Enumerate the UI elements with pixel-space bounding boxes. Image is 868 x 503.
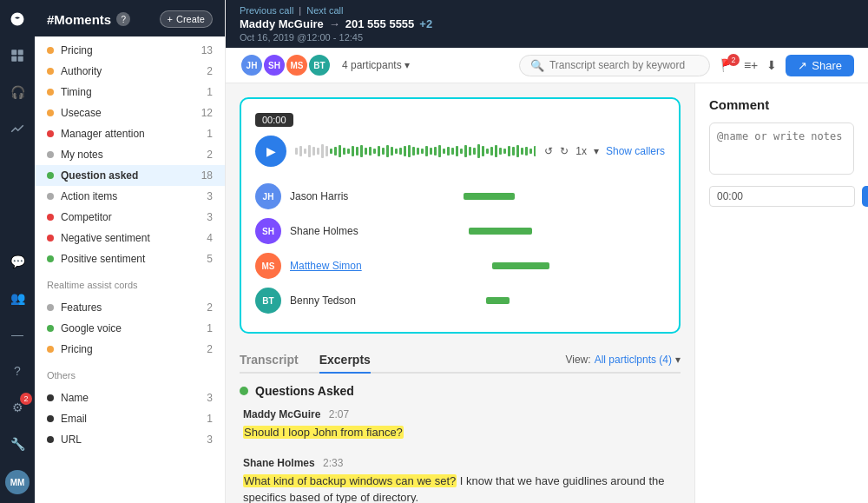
sidebar-item[interactable]: Action items 3 bbox=[35, 186, 225, 207]
sidebar-item[interactable]: Email 1 bbox=[35, 408, 225, 429]
item-count: 5 bbox=[207, 253, 213, 265]
transcript-time: 2:33 bbox=[323, 457, 343, 469]
realtime-section-title: Realtime assist cords bbox=[35, 273, 225, 294]
sidebar-item[interactable]: Google voice 1 bbox=[35, 318, 225, 339]
nav-headset-icon[interactable]: 🎧 bbox=[7, 82, 28, 103]
nav-user-avatar[interactable]: MM bbox=[5, 470, 30, 494]
caller-tracks: JHJason HarrisSHShane HolmesMSMatthew Si… bbox=[255, 179, 665, 318]
search-input[interactable] bbox=[549, 59, 699, 71]
sidebar-item[interactable]: Timing 1 bbox=[35, 82, 225, 103]
nav-chat-icon[interactable]: 💬 bbox=[7, 251, 28, 272]
waveform-bar bbox=[326, 146, 328, 156]
waveform bbox=[295, 142, 536, 160]
item-dot bbox=[47, 235, 54, 242]
nav-logo-icon[interactable] bbox=[7, 9, 28, 30]
sidebar-item[interactable]: Features 2 bbox=[35, 297, 225, 318]
sidebar-item[interactable]: Usecase 12 bbox=[35, 103, 225, 123]
nav-settings-icon[interactable]: ⚙ 2 bbox=[7, 397, 28, 418]
comment-save-button[interactable]: Save bbox=[862, 186, 868, 207]
item-dot bbox=[47, 325, 54, 332]
svg-rect-4 bbox=[18, 56, 23, 62]
caller-track bbox=[377, 191, 665, 202]
participants-label[interactable]: 4 particpants ▾ bbox=[342, 59, 410, 71]
transcript-items: Maddy McGuire 2:07 Should I loop John fr… bbox=[240, 408, 681, 503]
comment-footer: Save bbox=[709, 186, 854, 207]
waveform-bar bbox=[295, 148, 298, 155]
item-label: URL bbox=[61, 434, 200, 446]
waveform-bar bbox=[447, 147, 450, 156]
view-label: View: bbox=[565, 354, 590, 366]
comment-input[interactable] bbox=[709, 122, 854, 175]
sidebar-item[interactable]: Authority 2 bbox=[35, 61, 225, 82]
sidebar-item[interactable]: Negative sentiment 4 bbox=[35, 228, 225, 248]
show-callers-button[interactable]: Show callers bbox=[606, 145, 665, 157]
waveform-bar bbox=[417, 148, 419, 155]
add-note-icon[interactable]: ≡+ bbox=[744, 58, 758, 72]
sidebar-help-icon[interactable]: ? bbox=[116, 12, 130, 26]
sidebar-item[interactable]: Name 3 bbox=[35, 387, 225, 408]
sidebar-item[interactable]: Pricing 2 bbox=[35, 339, 225, 360]
transcript-time: 2:07 bbox=[329, 408, 349, 420]
topbar-date: Oct 16, 2019 @12:00 - 12:45 bbox=[240, 32, 432, 43]
speed-chevron[interactable]: ▾ bbox=[594, 145, 599, 157]
forward-icon[interactable]: ↻ bbox=[560, 145, 569, 157]
waveform-bar bbox=[395, 149, 398, 154]
nav-minus-icon[interactable]: — bbox=[7, 324, 28, 345]
item-count: 2 bbox=[207, 65, 213, 77]
nav-home-icon[interactable] bbox=[7, 45, 28, 66]
caller-avatar: MS bbox=[255, 253, 281, 279]
item-count: 3 bbox=[207, 211, 213, 223]
waveform-bar bbox=[490, 147, 493, 156]
caller-segment bbox=[464, 193, 516, 200]
play-button[interactable]: ▶ bbox=[255, 136, 286, 167]
create-button[interactable]: + Create bbox=[160, 10, 213, 28]
speed-button[interactable]: 1x bbox=[575, 145, 587, 157]
others-section: Name 3 Email 1 URL 3 bbox=[35, 384, 225, 453]
sidebar-item[interactable]: Question asked 18 bbox=[35, 165, 225, 186]
waveform-bar bbox=[473, 148, 476, 155]
item-count: 1 bbox=[207, 128, 213, 140]
item-count: 1 bbox=[207, 413, 213, 425]
waveform-bar bbox=[430, 148, 432, 155]
sidebar-item[interactable]: Manager attention 1 bbox=[35, 123, 225, 144]
tab-transcript[interactable]: Transcript bbox=[240, 347, 299, 374]
caller-name[interactable]: Matthew Simon bbox=[290, 260, 368, 272]
sidebar-item[interactable]: URL 3 bbox=[35, 429, 225, 450]
section-dot bbox=[240, 387, 248, 395]
item-count: 4 bbox=[207, 232, 213, 244]
nav-chart-icon[interactable] bbox=[7, 118, 28, 139]
search-bar[interactable]: 🔍 bbox=[519, 55, 710, 76]
rewind-icon[interactable]: ↺ bbox=[544, 145, 553, 157]
nav-people-icon[interactable]: 👥 bbox=[7, 288, 28, 308]
sidebar-item[interactable]: Positive sentiment 5 bbox=[35, 248, 225, 269]
view-selector[interactable]: View: All particlpnts (4) ▾ bbox=[565, 354, 681, 366]
caller-row: JHJason Harris bbox=[255, 179, 665, 214]
caller-avatar: SH bbox=[255, 218, 281, 244]
transcript-item: Maddy McGuire 2:07 Should I loop John fr… bbox=[240, 408, 681, 441]
waveform-bar bbox=[321, 144, 324, 158]
nav-gear2-icon[interactable]: 🔧 bbox=[7, 434, 28, 454]
share-button[interactable]: ↗ Share bbox=[786, 55, 854, 76]
waveform-bar bbox=[373, 149, 376, 154]
sidebar-item[interactable]: Pricing 13 bbox=[35, 40, 225, 61]
item-label: Positive sentiment bbox=[61, 253, 200, 265]
comment-time-input[interactable] bbox=[709, 186, 855, 207]
sidebar-title: #Moments bbox=[47, 12, 111, 27]
item-dot bbox=[47, 193, 54, 200]
sidebar-item[interactable]: My notes 2 bbox=[35, 144, 225, 165]
participants-list: JHSHMSBT bbox=[240, 53, 332, 77]
player-row: ▶ ↺ ↻ 1x ▾ Show callers bbox=[255, 136, 665, 167]
tab-excerpts[interactable]: Excerpts bbox=[319, 347, 371, 374]
nav-help-icon[interactable]: ? bbox=[7, 361, 28, 381]
sidebar-item[interactable]: Competitor 3 bbox=[35, 207, 225, 228]
next-call-link[interactable]: Next call bbox=[306, 5, 343, 16]
view-value[interactable]: All particlpnts (4) bbox=[595, 354, 672, 366]
download-icon[interactable]: ⬇ bbox=[766, 58, 777, 72]
flag-icon[interactable]: 🚩2 bbox=[720, 58, 735, 72]
waveform-bar bbox=[299, 146, 302, 156]
item-label: Negative sentiment bbox=[61, 232, 200, 244]
participant-avatar: BT bbox=[307, 53, 332, 77]
caller-name: Maddy McGuire bbox=[240, 17, 324, 30]
comment-panel: Comment Save bbox=[694, 83, 868, 503]
prev-call-link[interactable]: Previous call bbox=[240, 5, 293, 16]
